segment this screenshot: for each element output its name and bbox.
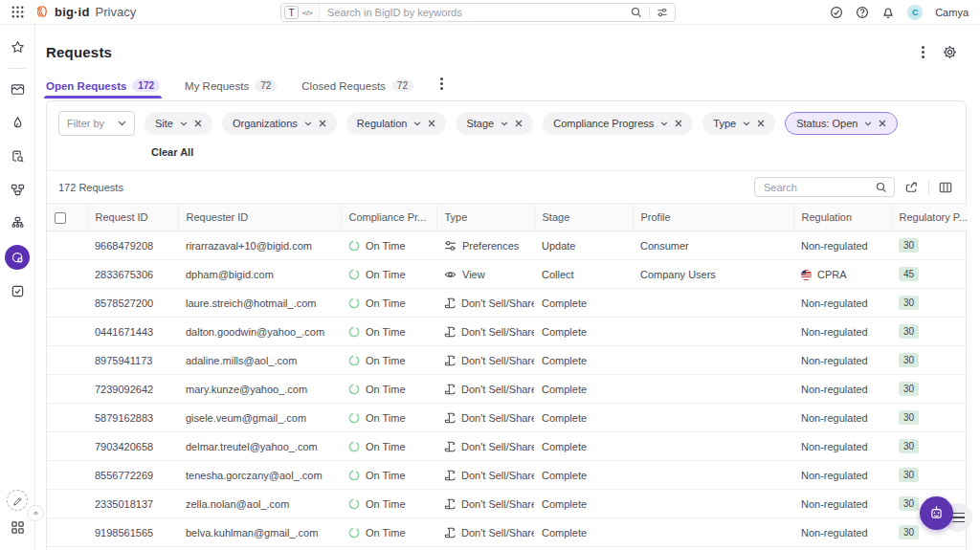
type-cell: View bbox=[436, 260, 534, 289]
clear-all-button[interactable]: Clear All bbox=[151, 146, 193, 158]
tab-open-requests[interactable]: Open Requests 172 bbox=[46, 79, 160, 99]
divider bbox=[649, 7, 650, 19]
requests-count: 172 Requests bbox=[58, 182, 123, 193]
filter-by-dropdown[interactable]: Filter by bbox=[58, 111, 135, 136]
remove-filter-icon[interactable] bbox=[757, 120, 765, 127]
chevron-down-icon[interactable] bbox=[304, 121, 312, 126]
filter-pill-type[interactable]: Type bbox=[702, 112, 775, 135]
filter-pill-stage[interactable]: Stage bbox=[456, 112, 533, 135]
tasks-icon[interactable] bbox=[11, 284, 25, 298]
search-icon[interactable] bbox=[631, 7, 642, 18]
remove-filter-icon[interactable] bbox=[319, 120, 326, 127]
chevron-down-icon[interactable] bbox=[413, 121, 421, 126]
table-row[interactable]: 8975941173 adaline.mills@aol_.com On Tim… bbox=[47, 346, 968, 375]
column-header[interactable]: Regulation bbox=[793, 204, 891, 231]
column-header[interactable]: Stage bbox=[534, 204, 633, 231]
column-header[interactable]: Compliance Pr... bbox=[341, 204, 436, 231]
column-header[interactable]: Type bbox=[436, 204, 534, 231]
favorites-star-icon[interactable] bbox=[11, 40, 25, 55]
bigid-logo[interactable]: big·id Privacy bbox=[33, 4, 136, 20]
table-row[interactable]: 7239092642 mary.kunze@yahoo_.com On Time… bbox=[47, 375, 968, 404]
remove-filter-icon[interactable] bbox=[879, 120, 886, 127]
filter-pill-compliance-progress[interactable]: Compliance Progress bbox=[543, 112, 693, 135]
filter-pill-site[interactable]: Site bbox=[145, 112, 212, 135]
data-map-icon[interactable] bbox=[11, 183, 25, 197]
global-search[interactable]: T </> bbox=[280, 3, 676, 22]
column-header[interactable]: Regulatory P... bbox=[891, 204, 968, 231]
brand-name: big·id bbox=[55, 5, 90, 19]
request-id-cell: 8578527200 bbox=[87, 289, 178, 318]
column-header[interactable]: Profile bbox=[633, 204, 793, 231]
table-search-input[interactable] bbox=[762, 181, 876, 194]
user-name[interactable]: Camya bbox=[935, 7, 969, 18]
query-search-mode-button[interactable]: </> bbox=[299, 9, 316, 17]
filter-bar: Filter by Site Organizations Regulation … bbox=[58, 111, 954, 136]
remove-filter-icon[interactable] bbox=[194, 120, 202, 127]
on-time-progress-icon bbox=[348, 470, 360, 481]
data-discovery-icon[interactable] bbox=[11, 149, 25, 164]
tab-my-requests[interactable]: My Requests 72 bbox=[185, 79, 277, 99]
table-row[interactable]: 8578527200 laure.streich@hotmail_.com On… bbox=[47, 289, 968, 318]
table-row[interactable]: 9668479208 rirarrazaval+10@bigid.com On … bbox=[47, 231, 968, 260]
table-row[interactable]: 2833675306 dpham@bigid.com On Time View … bbox=[47, 260, 968, 289]
page-more-actions-icon[interactable] bbox=[920, 44, 926, 60]
table-toolbar: 172 Requests bbox=[47, 170, 966, 203]
app-launcher-icon[interactable] bbox=[11, 6, 24, 18]
column-header[interactable]: Request ID bbox=[87, 204, 178, 231]
chevron-down-icon[interactable] bbox=[660, 121, 668, 126]
search-mode-toggle[interactable]: T </> bbox=[281, 4, 320, 21]
chevron-down-icon[interactable] bbox=[743, 121, 750, 126]
compliance-cell: On Time bbox=[341, 404, 436, 432]
row-select-cell bbox=[47, 375, 87, 404]
export-icon[interactable] bbox=[904, 181, 919, 194]
table-row[interactable]: 7903420658 delmar.treutel@yahoo_.com On … bbox=[47, 432, 968, 461]
table-search[interactable] bbox=[754, 177, 895, 197]
manage-columns-icon[interactable] bbox=[939, 181, 952, 194]
compliance-cell: On Time bbox=[341, 375, 436, 404]
table-row[interactable]: 8556772269 tenesha.gorczany@aol_.com On … bbox=[47, 461, 968, 490]
user-avatar[interactable]: C bbox=[907, 5, 923, 20]
tasks-check-icon[interactable] bbox=[830, 6, 843, 19]
remove-filter-icon[interactable] bbox=[675, 120, 682, 127]
notifications-bell-icon[interactable] bbox=[881, 6, 895, 19]
tabs-more-icon[interactable] bbox=[438, 76, 445, 99]
risk-flame-icon[interactable] bbox=[11, 116, 25, 130]
compliance-cell: On Time bbox=[341, 289, 436, 318]
help-icon[interactable] bbox=[856, 6, 869, 19]
filter-pill-regulation[interactable]: Regulation bbox=[346, 112, 447, 135]
chevron-down-icon[interactable] bbox=[864, 121, 872, 126]
sidebar-collapse-toggle[interactable]: ‹› bbox=[27, 505, 44, 521]
chevron-down-icon[interactable] bbox=[501, 121, 508, 126]
regulatory-period-badge: 30 bbox=[899, 296, 919, 310]
settings-gear-icon[interactable] bbox=[943, 45, 957, 59]
on-time-progress-icon bbox=[348, 240, 360, 252]
table-row[interactable]: 5879162883 gisele.veum@gmail_.com On Tim… bbox=[47, 404, 968, 432]
requester-id-cell: rirarrazaval+10@bigid.com bbox=[178, 231, 341, 260]
hierarchy-icon[interactable] bbox=[11, 216, 25, 231]
dont-sell-share-scroll-icon bbox=[444, 297, 456, 309]
tab-closed-requests[interactable]: Closed Requests 72 bbox=[301, 79, 413, 99]
regulatory-period-cell: 30 bbox=[891, 375, 968, 404]
filter-pill-status-open[interactable]: Status: Open bbox=[785, 112, 898, 135]
table-row[interactable]: 0441671443 dalton.goodwin@yahoo_.com On … bbox=[47, 318, 968, 346]
requester-id-cell: dpham@bigid.com bbox=[178, 260, 341, 289]
table-row[interactable]: 2335018137 zella.nolan@aol_.com On Time … bbox=[47, 490, 968, 518]
filter-pill-organizations[interactable]: Organizations bbox=[222, 112, 337, 135]
dashboard-icon[interactable] bbox=[11, 82, 25, 97]
row-select-cell bbox=[47, 518, 87, 547]
assistant-bot-button[interactable] bbox=[920, 496, 953, 530]
remove-filter-icon[interactable] bbox=[428, 120, 435, 127]
column-header[interactable]: Requester ID bbox=[178, 204, 341, 231]
select-all-checkbox[interactable] bbox=[55, 212, 66, 224]
remove-filter-icon[interactable] bbox=[515, 120, 523, 127]
edit-pencil-icon[interactable] bbox=[7, 490, 28, 511]
global-search-input[interactable] bbox=[320, 7, 631, 18]
advanced-search-icon[interactable] bbox=[657, 7, 668, 18]
table-row[interactable]: 9198561565 belva.kuhlman@gmail_.com On T… bbox=[47, 518, 968, 547]
app-switcher-grid-icon[interactable] bbox=[11, 520, 25, 535]
regulatory-period-badge: 30 bbox=[899, 382, 919, 396]
chevron-down-icon[interactable] bbox=[180, 121, 188, 126]
sidebar-item-requests-active[interactable] bbox=[5, 245, 30, 270]
regulation-cell: Non-regulated bbox=[793, 346, 891, 375]
text-search-mode-button[interactable]: T bbox=[284, 6, 299, 19]
